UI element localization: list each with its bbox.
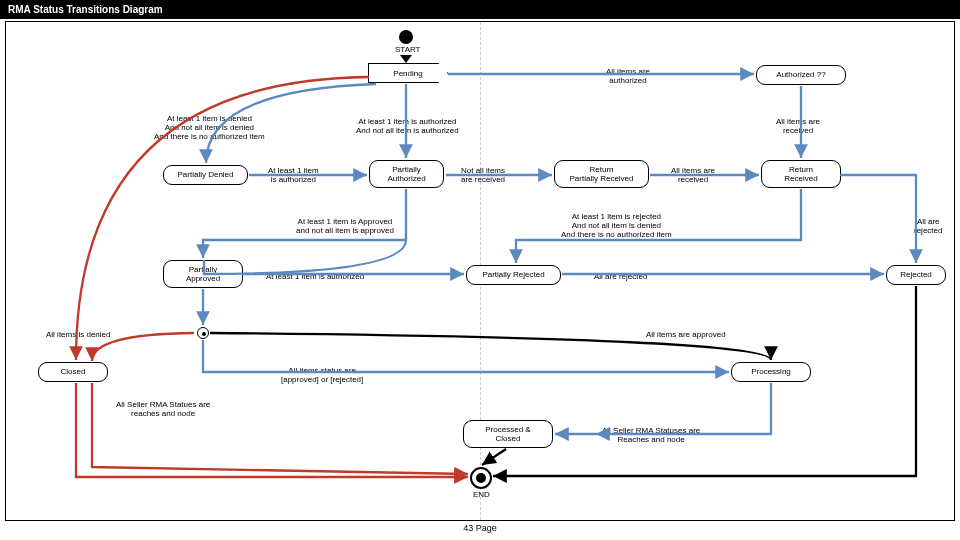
label-seller-end2: All Seller RMA Statuses are Reaches and … bbox=[602, 426, 700, 444]
end-label: END bbox=[473, 490, 490, 499]
label-pa-cond: At least 1 item is authorized And not al… bbox=[356, 117, 459, 135]
label-allrecv: All items are received bbox=[776, 117, 820, 135]
node-partially-authorized: Partially Authorized bbox=[369, 160, 444, 188]
label-all-rejected: All are rejected bbox=[594, 272, 647, 281]
label-approved-cond: At least 1 item is Approved and not all … bbox=[296, 217, 394, 235]
node-pending: Pending bbox=[368, 63, 448, 83]
label-proc-status: All items status are [approved] or [reje… bbox=[281, 366, 363, 384]
label-seller-end: All Seller RMA Statues are reaches and n… bbox=[116, 400, 210, 418]
node-partially-denied: Partially Denied bbox=[163, 165, 248, 185]
start-arrow-icon bbox=[400, 55, 412, 63]
diagram-canvas: START Pending Authorized ?? At least 1 i… bbox=[5, 21, 955, 521]
label-pd-cond: At least 1 item is denied And not all it… bbox=[154, 114, 265, 142]
label-all-denied: All items is denied bbox=[46, 330, 110, 339]
node-closed: Closed bbox=[38, 362, 108, 382]
start-label: START bbox=[395, 45, 420, 54]
node-partially-approved: Partially Approved bbox=[163, 260, 243, 288]
node-partially-rejected: Partially Rejected bbox=[466, 265, 561, 285]
start-node-icon bbox=[399, 30, 413, 44]
node-processed-closed: Processed & Closed bbox=[463, 420, 553, 448]
label-not-all-recv: Not all items are received bbox=[461, 166, 505, 184]
label-all-approved: All items are approved bbox=[646, 330, 726, 339]
page-title: RMA Status Transitions Diagram bbox=[0, 0, 960, 19]
label-all-are-rejected: All are rejected bbox=[914, 217, 942, 235]
end-node-dot-icon bbox=[476, 473, 486, 483]
label-recv-all: All items are received bbox=[671, 166, 715, 184]
page-footer: 43 Page bbox=[0, 521, 960, 533]
label-pd-to-pa: At least 1 item is authorized bbox=[268, 166, 319, 184]
node-pending-label: Pending bbox=[393, 69, 422, 78]
node-return-partial: Return Partially Received bbox=[554, 160, 649, 188]
node-rejected: Rejected bbox=[886, 265, 946, 285]
label-allauth: All items are authorized bbox=[606, 67, 650, 85]
label-pr-cond: At least 1 item is rejected And not all … bbox=[561, 212, 672, 240]
label-pa-auth: At least 1 item is authorized bbox=[266, 272, 364, 281]
split-dot-icon bbox=[202, 332, 206, 336]
node-authorized: Authorized ?? bbox=[756, 65, 846, 85]
node-processing: Processing bbox=[731, 362, 811, 382]
node-return-received: Return Received bbox=[761, 160, 841, 188]
